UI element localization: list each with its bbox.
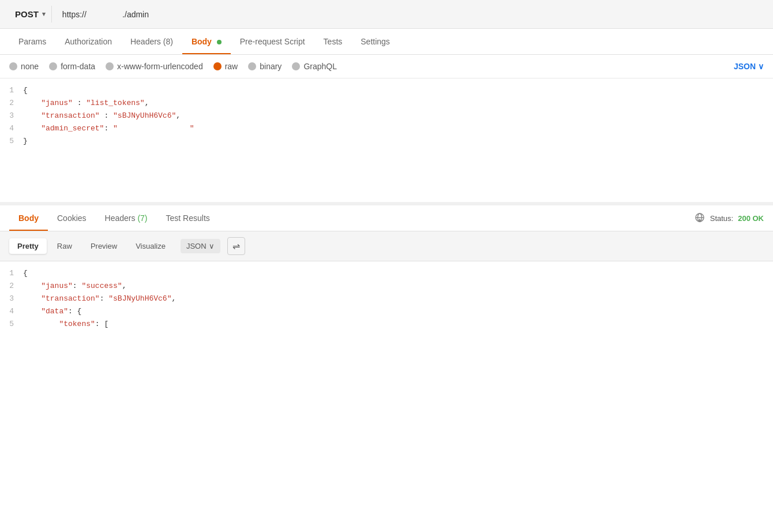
radio-graphql [292, 62, 300, 70]
body-type-binary[interactable]: binary [248, 62, 282, 71]
req-line-3: 3 "transaction" : "sBJNyUhH6Vc6", [0, 110, 773, 122]
req-line-1: 1 { [0, 84, 773, 97]
body-type-none[interactable]: none [9, 62, 39, 71]
resp-line-4: 4 "data": { [0, 305, 773, 318]
format-raw-button[interactable]: Raw [49, 238, 80, 254]
response-tab-test-results[interactable]: Test Results [157, 205, 219, 231]
wrap-icon: ⇌ [232, 241, 240, 251]
response-tab-headers[interactable]: Headers (7) [96, 205, 157, 231]
body-type-row: none form-data x-www-form-urlencoded raw… [0, 55, 773, 78]
response-json-dropdown[interactable]: JSON ∨ [181, 239, 220, 253]
svg-rect-4 [699, 219, 700, 220]
method-chevron: ▾ [42, 10, 46, 18]
response-tab-body[interactable]: Body [9, 205, 48, 231]
format-visualize-button[interactable]: Visualize [127, 238, 174, 254]
method-dropdown[interactable]: POST ▾ [9, 6, 52, 23]
req-line-2: 2 "janus" : "list_tokens", [0, 97, 773, 110]
url-bar: POST ▾ [0, 0, 773, 29]
body-type-urlencoded[interactable]: x-www-form-urlencoded [106, 62, 203, 71]
tab-tests[interactable]: Tests [314, 29, 352, 54]
response-section: Body Cookies Headers (7) Test Results St… [0, 205, 773, 354]
resp-line-1: 1 { [0, 267, 773, 280]
wrap-button[interactable]: ⇌ [227, 237, 245, 255]
resp-line-5: 5 "tokens": [ [0, 318, 773, 331]
radio-none [9, 62, 17, 70]
response-body-viewer: 1 { 2 "janus": "success", 3 "transaction… [0, 261, 773, 354]
radio-formdata [49, 62, 57, 70]
request-tabs: Params Authorization Headers (8) Body Pr… [0, 29, 773, 55]
tab-body[interactable]: Body [182, 29, 231, 54]
radio-binary [248, 62, 256, 70]
tab-params[interactable]: Params [9, 29, 55, 54]
format-pretty-button[interactable]: Pretty [9, 238, 47, 254]
tab-settings[interactable]: Settings [351, 29, 399, 54]
tab-authorization[interactable]: Authorization [55, 29, 121, 54]
response-tab-cookies[interactable]: Cookies [48, 205, 96, 231]
resp-line-2: 2 "janus": "success", [0, 280, 773, 293]
tab-prerequest[interactable]: Pre-request Script [231, 29, 314, 54]
radio-raw [213, 62, 222, 70]
body-type-graphql[interactable]: GraphQL [292, 62, 337, 71]
json-format-dropdown[interactable]: JSON ∨ [734, 62, 764, 71]
format-preview-button[interactable]: Preview [82, 238, 125, 254]
method-label: POST [15, 9, 39, 19]
body-active-dot [217, 40, 222, 44]
req-line-5: 5 } [0, 135, 773, 148]
radio-urlencoded [106, 62, 114, 70]
body-type-raw[interactable]: raw [213, 62, 238, 71]
status-indicator: Status: 200 OK [694, 212, 764, 224]
globe-lock-icon [694, 212, 706, 224]
body-type-formdata[interactable]: form-data [49, 62, 95, 71]
req-line-4: 4 "admin_secret": " " [0, 122, 773, 135]
response-tabs: Body Cookies Headers (7) Test Results St… [0, 205, 773, 231]
tab-headers[interactable]: Headers (8) [121, 29, 182, 54]
response-format-bar: Pretty Raw Preview Visualize JSON ∨ ⇌ [0, 231, 773, 261]
request-body-editor[interactable]: 1 { 2 "janus" : "list_tokens", 3 "transa… [0, 78, 773, 205]
url-input[interactable] [58, 8, 764, 21]
resp-line-3: 3 "transaction": "sBJNyUhH6Vc6", [0, 293, 773, 305]
